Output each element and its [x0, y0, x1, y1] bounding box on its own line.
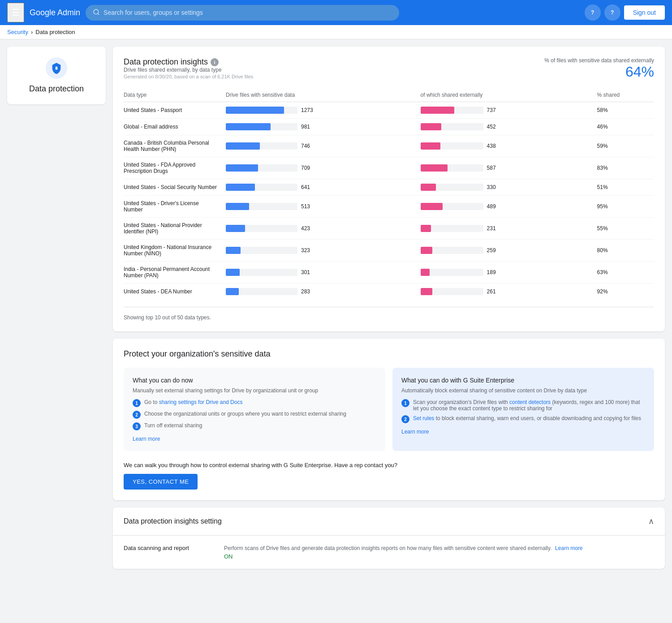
step-1-text: Go to sharing settings for Drive and Doc… [144, 399, 242, 405]
cell-shared-externally: 189 [417, 262, 594, 284]
showing-text: Showing top 10 out of 50 data types. [124, 307, 654, 321]
ent-step-1-text: Scan your organization's Drive files wit… [413, 399, 645, 412]
cell-pct-shared: 63% [594, 262, 654, 284]
step-num-2: 2 [133, 411, 141, 419]
shield-lock-icon [50, 62, 63, 74]
shared-count: 452 [487, 124, 500, 130]
ent-step-num-2: 2 [401, 415, 409, 423]
contact-text: We can walk you through how to control e… [124, 462, 654, 468]
step-num-1: 1 [133, 399, 141, 407]
drive-count: 513 [301, 203, 314, 210]
shared-count: 737 [487, 107, 500, 113]
sidebar-icon [46, 57, 67, 79]
sharing-settings-link[interactable]: sharing settings for Drive and Docs [159, 399, 243, 405]
insights-card: Data protection insights i Drive files s… [113, 47, 665, 331]
app-header: ☰ Google Admin ? ? Sign out [0, 0, 672, 25]
insights-header-left: Data protection insights i Drive files s… [124, 57, 253, 86]
now-panel-title: What you can do now [133, 377, 376, 384]
shared-count: 330 [487, 184, 500, 190]
cell-drive-files: 746 [222, 135, 417, 157]
shared-count: 489 [487, 203, 500, 210]
enterprise-learn-more-link[interactable]: Learn more [401, 429, 645, 435]
svg-rect-3 [56, 68, 58, 70]
svg-point-0 [94, 9, 99, 14]
sidebar-title: Data protection [29, 84, 84, 94]
now-step-1: 1 Go to sharing settings for Drive and D… [133, 399, 376, 407]
now-learn-more-link[interactable]: Learn more [133, 436, 376, 442]
help-icon-2[interactable]: ? [604, 4, 620, 21]
protect-grid: What you can do now Manually set externa… [124, 368, 654, 451]
enterprise-step-2: 2 Set rules to block external sharing, w… [401, 415, 645, 423]
step-3-text: Turn off external sharing [144, 422, 202, 429]
cell-pct-shared: 92% [594, 284, 654, 300]
settings-learn-more-link[interactable]: Learn more [555, 545, 582, 551]
ent-step-num-1: 1 [401, 399, 409, 407]
now-panel: What you can do now Manually set externa… [124, 368, 385, 451]
settings-header[interactable]: Data protection insights setting ∧ [113, 507, 665, 536]
cell-shared-externally: 737 [417, 102, 594, 119]
settings-label: Data scanning and report [124, 545, 213, 560]
content-detectors-link[interactable]: content detectors [509, 399, 551, 405]
settings-row: Data scanning and report Perform scans o… [113, 536, 665, 569]
yes-contact-me-button[interactable]: YES, CONTACT ME [124, 474, 198, 490]
drive-count: 301 [301, 269, 314, 275]
menu-icon[interactable]: ☰ [7, 3, 24, 22]
cell-drive-files: 283 [222, 284, 417, 300]
cell-drive-files: 301 [222, 262, 417, 284]
breadcrumb-current: Data protection [35, 29, 75, 35]
cell-pct-shared: 51% [594, 179, 654, 196]
table-row: Global - Email address 981 452 46% [124, 119, 654, 135]
help-icon-1[interactable]: ? [585, 4, 601, 21]
cell-data-type: United States - Social Security Number [124, 179, 222, 196]
drive-count: 709 [301, 165, 314, 171]
protect-card: Protect your organization's sensitive da… [113, 339, 665, 500]
settings-status: ON [224, 553, 582, 560]
cell-pct-shared: 95% [594, 196, 654, 218]
table-row: United States - DEA Number 283 261 92% [124, 284, 654, 300]
cell-drive-files: 641 [222, 179, 417, 196]
cell-drive-files: 709 [222, 157, 417, 179]
info-icon[interactable]: i [211, 58, 219, 66]
google-admin-logo-text: Google Admin [30, 8, 80, 17]
cell-data-type: United Kingdom - National Insurance Numb… [124, 240, 222, 262]
ent-step-2-text: Set rules to block external sharing, war… [413, 415, 641, 421]
cell-drive-files: 1273 [222, 102, 417, 119]
cell-drive-files: 323 [222, 240, 417, 262]
cell-shared-externally: 452 [417, 119, 594, 135]
cell-pct-shared: 83% [594, 157, 654, 179]
drive-count: 641 [301, 184, 314, 190]
drive-count: 981 [301, 124, 314, 130]
cell-pct-shared: 58% [594, 102, 654, 119]
cell-shared-externally: 438 [417, 135, 594, 157]
cell-data-type: United States - DEA Number [124, 284, 222, 300]
table-row: United States - FDA Approved Prescriptio… [124, 157, 654, 179]
search-input[interactable] [103, 9, 392, 16]
insights-header: Data protection insights i Drive files s… [124, 57, 654, 86]
table-row: Canada - British Columbia Personal Healt… [124, 135, 654, 157]
col-pct-shared: % shared [594, 88, 654, 102]
app-logo: Google Admin [30, 8, 80, 17]
breadcrumb-parent-link[interactable]: Security [7, 29, 28, 35]
shared-count: 438 [487, 143, 500, 149]
table-row: United States - National Provider Identi… [124, 218, 654, 240]
sidebar-card: Data protection [7, 47, 106, 104]
insights-title: Data protection insights i [124, 57, 253, 67]
now-panel-desc: Manually set external sharing settings f… [133, 387, 376, 394]
cell-drive-files: 981 [222, 119, 417, 135]
cell-data-type: Global - Email address [124, 119, 222, 135]
svg-line-1 [98, 13, 99, 15]
search-bar[interactable] [86, 5, 399, 21]
insights-title-text: Data protection insights [124, 57, 208, 67]
sign-out-button[interactable]: Sign out [624, 5, 665, 20]
search-icon [93, 9, 100, 17]
set-rules-link[interactable]: Set rules [413, 415, 434, 421]
cell-shared-externally: 330 [417, 179, 594, 196]
cell-data-type: Canada - British Columbia Personal Healt… [124, 135, 222, 157]
cell-pct-shared: 59% [594, 135, 654, 157]
step-num-3: 3 [133, 422, 141, 430]
insights-generated: Generated on 8/30/20, based on a scan of… [124, 74, 253, 79]
insights-subtitle: Drive files shared externally, by data t… [124, 67, 253, 73]
enterprise-panel-steps: 1 Scan your organization's Drive files w… [401, 399, 645, 423]
drive-count: 746 [301, 143, 314, 149]
chevron-up-icon: ∧ [648, 516, 654, 526]
